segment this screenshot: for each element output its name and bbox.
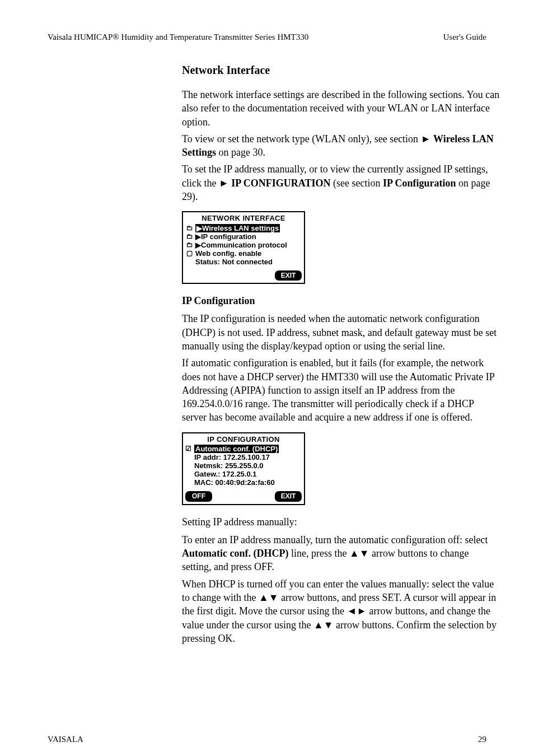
row-label: Netmsk: 255.255.0.0 (194, 461, 264, 470)
intro-paragraph-2: To view or set the network type (WLAN on… (182, 132, 500, 160)
setting-step-1: To enter an IP address manually, turn th… (182, 533, 500, 574)
menu-item-wireless-lan[interactable]: 🗀 ▶Wireless LAN settings (185, 224, 302, 232)
setting-step-2: When DHCP is turned off you can enter th… (182, 577, 500, 645)
folder-icon: 🗀 (186, 241, 193, 249)
ipconf-paragraph-1: The IP configuration is needed when the … (182, 312, 500, 353)
bold-automatic-conf: Automatic conf. (DHCP) (182, 548, 288, 559)
right-arrow-icon: ▶ (195, 241, 201, 249)
checkbox-empty-icon: ▢ (186, 249, 193, 258)
row-label: Wireless LAN settings (202, 224, 279, 232)
text: on page 30. (216, 147, 265, 158)
lcd-network-interface: NETWORK INTERFACE 🗀 ▶Wireless LAN settin… (182, 211, 305, 284)
folder-icon: 🗀 (186, 224, 193, 232)
intro-paragraph-3: To set the IP address manually, or to vi… (182, 162, 500, 203)
row-label: Communication protocol (201, 241, 287, 249)
bold-ip-configuration: IP CONFIGURATION (231, 178, 330, 189)
checkbox-checked-icon: ☑ (185, 445, 192, 453)
row-label: IP addr: 172.25.100.17 (194, 453, 270, 461)
text: To view or set the network type (WLAN on… (182, 133, 421, 144)
lcd-title: NETWORK INTERFACE (183, 212, 304, 224)
subheading-ip-configuration: IP Configuration (182, 294, 500, 307)
lcd-title: IP CONFIGURATION (183, 433, 304, 445)
lcd-content: 🗀 ▶Wireless LAN settings 🗀 ▶IP configura… (183, 224, 304, 267)
row-label: Web config. enable (195, 249, 261, 258)
ipconf-paragraph-2: If automatic configuration is enabled, b… (182, 356, 500, 424)
page: Vaisala HUMICAP® Humidity and Temperatur… (0, 0, 534, 756)
lcd-ip-configuration: IP CONFIGURATION ☑ Automatic conf. (DHCP… (182, 432, 305, 505)
subheading-setting-ip-manually: Setting IP address manually: (182, 515, 500, 529)
text: (see section (331, 178, 383, 189)
menu-item-web-config-enable[interactable]: ▢ Web config. enable (185, 249, 302, 258)
menu-item-communication-protocol[interactable]: 🗀 ▶Communication protocol (185, 241, 302, 249)
link-ip-configuration: IP Configuration (383, 178, 456, 189)
row-label: MAC: 00:40:9d:2a:fa:60 (194, 478, 275, 487)
text: To enter an IP address manually, turn th… (182, 534, 488, 545)
off-button[interactable]: OFF (185, 491, 212, 501)
footer-left: VAISALA (48, 734, 83, 745)
right-arrow-icon: ► (219, 178, 229, 189)
lcd-button-bar: OFF EXIT (183, 488, 304, 503)
menu-item-automatic-conf[interactable]: ☑ Automatic conf. (DHCP) (185, 445, 302, 453)
folder-icon: 🗀 (186, 232, 193, 241)
field-gateway[interactable]: Gatew.: 172.25.0.1 (185, 470, 302, 478)
row-label: IP configuration (201, 232, 256, 241)
field-mac: MAC: 00:40:9d:2a:fa:60 (185, 478, 302, 487)
row-label: Status: Not connected (195, 258, 273, 266)
exit-button[interactable]: EXIT (275, 270, 302, 281)
row-label: Automatic conf. (DHCP) (194, 445, 279, 453)
row-label: Gatew.: 172.25.0.1 (194, 470, 257, 478)
field-ip-addr[interactable]: IP addr: 172.25.100.17 (185, 453, 302, 461)
field-netmask[interactable]: Netmsk: 255.255.0.0 (185, 461, 302, 470)
intro-paragraph-1: The network interface settings are descr… (182, 88, 500, 129)
menu-item-ip-configuration[interactable]: 🗀 ▶IP configuration (185, 232, 302, 241)
lcd-button-bar: EXIT (183, 267, 304, 283)
section-heading-network-interface: Network Interface (182, 63, 500, 78)
exit-button[interactable]: EXIT (275, 491, 302, 501)
header-left: Vaisala HUMICAP® Humidity and Temperatur… (48, 31, 308, 43)
status-row: Status: Not connected (185, 258, 302, 266)
right-arrow-icon: ▶ (195, 232, 201, 241)
header-right: User's Guide (443, 31, 486, 43)
footer-page-number: 29 (478, 734, 486, 745)
lcd-content: ☑ Automatic conf. (DHCP) IP addr: 172.25… (183, 445, 304, 488)
right-arrow-icon: ▶ (196, 224, 202, 232)
right-arrow-icon: ► (421, 133, 431, 144)
